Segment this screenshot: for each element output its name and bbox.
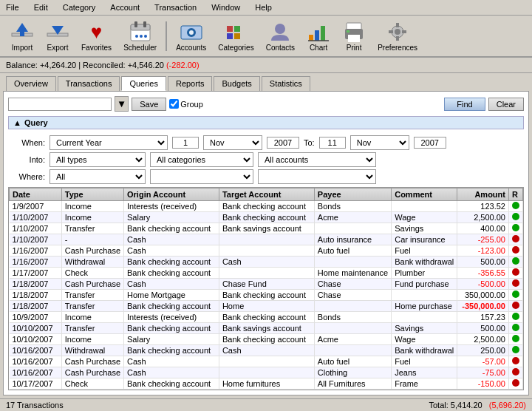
print-button[interactable]: Print	[338, 18, 370, 53]
table-row[interactable]: 10/10/2007 Income Salary Bank checking a…	[10, 334, 523, 345]
save-button[interactable]: Save	[132, 98, 166, 111]
cell-r	[508, 268, 522, 279]
cell-amount: -356.55	[457, 268, 509, 279]
cell-target	[219, 367, 314, 378]
cell-target: Bank checking account	[219, 290, 314, 301]
tab-statistics[interactable]: Statistics	[262, 76, 310, 91]
types-select[interactable]: All types	[50, 152, 146, 167]
table-row[interactable]: 1/16/2007 Withdrawal Bank checking accou…	[10, 257, 523, 268]
cell-type: Check	[61, 378, 123, 390]
cell-target: Bank savings account	[219, 323, 314, 334]
cell-r	[508, 279, 522, 290]
accounts-button[interactable]: Accounts	[171, 18, 211, 53]
tab-queries[interactable]: Queries	[121, 76, 166, 91]
table-row[interactable]: 10/16/2007 Withdrawal Bank checking acco…	[10, 345, 523, 356]
categories-label: Categories	[218, 44, 253, 52]
col-date[interactable]: Date	[10, 188, 62, 201]
table-row[interactable]: 1/18/2007 Cash Purchase Cash Chase Fund …	[10, 279, 523, 290]
cell-amount: 157.23	[457, 312, 509, 323]
cell-comment: Fund purchase	[392, 279, 457, 290]
from-month-select[interactable]: Nov	[203, 135, 262, 150]
categories-select[interactable]: All categories	[150, 152, 253, 167]
col-origin[interactable]: Origin Account	[124, 188, 219, 201]
query-dropdown-btn[interactable]: ▼	[115, 96, 129, 112]
categories-button[interactable]: Categories	[214, 18, 258, 53]
tab-budgets[interactable]: Budgets	[214, 76, 259, 91]
into-label: Into:	[8, 155, 45, 164]
table-row[interactable]: 1/10/2007 - Cash Auto insurance Car insu…	[10, 234, 523, 245]
import-button[interactable]: Import	[6, 18, 38, 53]
table-row[interactable]: 10/16/2007 Cash Purchase Cash Clothing J…	[10, 367, 523, 378]
table-row[interactable]: 10/16/2007 Cash Purchase Cash Auto fuel …	[10, 356, 523, 367]
menu-account[interactable]: Account	[107, 1, 143, 13]
from-num-input[interactable]: 1	[172, 137, 199, 149]
cell-comment: Wage	[392, 334, 457, 345]
table-row[interactable]: 1/9/2007 Income Interests (received) Ban…	[10, 201, 523, 212]
table-row[interactable]: 1/10/2007 Income Salary Bank checking ac…	[10, 212, 523, 223]
contacts-button[interactable]: Contacts	[262, 18, 299, 53]
tab-reports[interactable]: Reports	[168, 76, 213, 91]
table-row[interactable]: 1/16/2007 Cash Purchase Cash Auto fuel F…	[10, 245, 523, 257]
col-type[interactable]: Type	[61, 188, 123, 201]
svg-rect-32	[396, 36, 399, 41]
export-button[interactable]: Export	[41, 18, 74, 53]
to-year-input[interactable]	[414, 137, 446, 149]
svg-point-20	[275, 24, 285, 34]
tab-transactions[interactable]: Transactions	[58, 76, 120, 91]
toolbar-sep-1	[166, 21, 167, 51]
table-row[interactable]: 1/18/2007 Transfer Bank checking account…	[10, 301, 523, 312]
find-button[interactable]: Find	[444, 98, 485, 111]
svg-marker-1	[16, 23, 28, 32]
where-select[interactable]: All	[50, 169, 146, 184]
chart-button[interactable]: Chart	[302, 18, 335, 53]
menu-category[interactable]: Category	[60, 1, 99, 13]
query-input[interactable]	[8, 98, 112, 111]
cell-target	[219, 234, 314, 245]
table-row[interactable]: 1/17/2007 Check Bank checking account Ho…	[10, 268, 523, 279]
tab-overview[interactable]: Overview	[6, 76, 56, 91]
cell-origin: Bank checking account	[124, 223, 219, 234]
preferences-button[interactable]: Preferences	[373, 18, 422, 53]
menu-transaction[interactable]: Transaction	[151, 1, 200, 13]
balance-label: Balance:	[6, 61, 38, 69]
to-month-select[interactable]: Nov	[350, 135, 409, 150]
main-content: ▼ Save Group Find Clear ▲ Query When: Cu…	[3, 91, 529, 395]
where3-select[interactable]	[258, 169, 376, 184]
table-body: 1/9/2007 Income Interests (received) Ban…	[10, 201, 523, 390]
cell-date: 1/16/2007	[10, 257, 62, 268]
group-checkbox[interactable]	[169, 99, 179, 109]
status-icon	[512, 379, 519, 387]
query-section-header[interactable]: ▲ Query	[8, 116, 524, 129]
cell-amount: -57.00	[457, 356, 509, 367]
col-payee[interactable]: Payee	[314, 188, 391, 201]
clear-button[interactable]: Clear	[488, 98, 524, 111]
status-icon	[512, 235, 519, 242]
menu-help[interactable]: Help	[252, 1, 275, 13]
when-select[interactable]: Current Year	[50, 135, 168, 150]
cell-origin: Bank checking account	[124, 345, 219, 356]
cell-target: Cash	[219, 345, 314, 356]
cell-comment: Car insurance	[392, 234, 457, 245]
to-num-input[interactable]	[319, 137, 346, 149]
menu-window[interactable]: Window	[208, 1, 243, 13]
table-row[interactable]: 10/17/2007 Check Bank checking account H…	[10, 378, 523, 390]
table-row[interactable]: 10/10/2007 Transfer Bank checking accoun…	[10, 323, 523, 334]
table-row[interactable]: 10/9/2007 Income Interests (received) Ba…	[10, 312, 523, 323]
accounts-select[interactable]: All accounts	[258, 152, 376, 167]
cell-payee	[314, 301, 391, 312]
cell-origin: Cash	[124, 245, 219, 257]
col-r[interactable]: R	[508, 188, 522, 201]
table-row[interactable]: 1/18/2007 Transfer Home Mortgage Bank ch…	[10, 290, 523, 301]
col-amount[interactable]: Amount	[457, 188, 509, 201]
scheduler-button[interactable]: Scheduler	[119, 18, 161, 53]
col-comment[interactable]: Comment	[392, 188, 457, 201]
table-row[interactable]: 1/10/2007 Transfer Bank checking account…	[10, 223, 523, 234]
menu-file[interactable]: File	[3, 1, 22, 13]
col-target[interactable]: Target Account	[219, 188, 314, 201]
cell-origin: Bank checking account	[124, 257, 219, 268]
favorites-button[interactable]: ♥ Favorites	[77, 18, 116, 53]
menu-edit[interactable]: Edit	[31, 1, 51, 13]
where2-select[interactable]	[150, 169, 253, 184]
from-year-input[interactable]	[267, 137, 299, 149]
cell-target: Home	[219, 301, 314, 312]
